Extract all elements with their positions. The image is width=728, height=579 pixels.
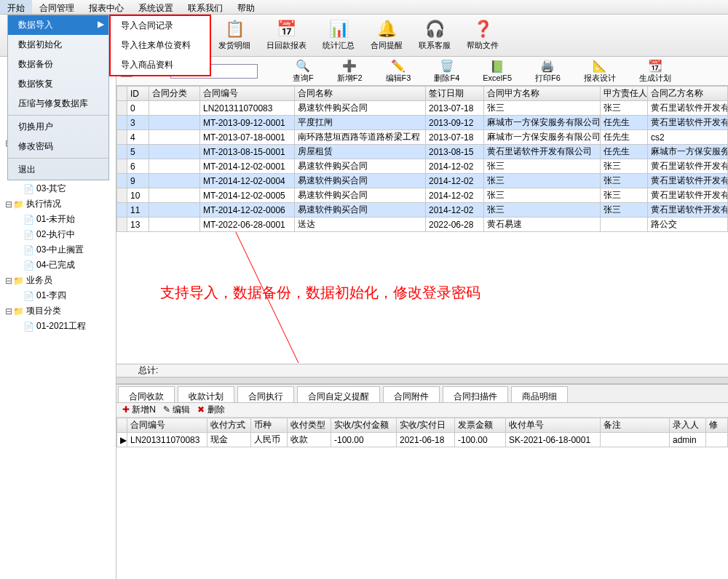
tab[interactable]: 合同执行: [237, 386, 294, 402]
tree-node[interactable]: ⊟📁执行情况: [0, 196, 116, 212]
btn-add[interactable]: ➕新增F2: [328, 57, 371, 85]
expand-icon[interactable]: ⊟: [4, 276, 13, 286]
expand-icon[interactable]: ⊟: [4, 306, 13, 316]
tree-node[interactable]: 📄02-执行中: [0, 227, 116, 242]
col-header[interactable]: 收付类型: [288, 418, 331, 433]
cell: 易速软件购买合同: [295, 203, 426, 217]
btn-edit[interactable]: ✏️编辑F3: [377, 57, 420, 85]
tb-help[interactable]: ❓帮助文件: [459, 17, 506, 54]
menu-start[interactable]: 开始: [0, 0, 32, 14]
btn-report-design[interactable]: 📐报表设计: [575, 57, 625, 85]
col-header[interactable]: 合同分类: [149, 87, 200, 101]
dmi-compact[interactable]: 压缩与修复数据库: [8, 94, 108, 113]
btn-delete[interactable]: 🗑️删除F4: [425, 57, 468, 85]
table-row[interactable]: 6MT-2014-12-02-0001易速软件购买合同2014-12-02张三张…: [117, 159, 728, 174]
tree-node[interactable]: 📄03-中止搁置: [0, 242, 116, 257]
col-header[interactable]: 实收/实付日: [397, 418, 455, 433]
col-header[interactable]: 实收/实付金额: [331, 418, 397, 433]
tree-node[interactable]: ⊟📁业务员: [0, 273, 116, 288]
tb-delivery[interactable]: 📋发货明细: [211, 17, 258, 54]
tab[interactable]: 合同收款: [118, 386, 175, 402]
stb-edit[interactable]: ✎ 编辑: [163, 404, 190, 416]
col-header[interactable]: 合同编号: [200, 87, 295, 101]
tab[interactable]: 合同附件: [383, 386, 440, 402]
menu-contract[interactable]: 合同管理: [32, 0, 82, 14]
tb-remind[interactable]: 🔔合同提醒: [363, 17, 410, 54]
tab[interactable]: 合同自定义提醒: [297, 386, 380, 402]
dmi-restore[interactable]: 数据恢复: [8, 74, 108, 94]
tree-label: 01-未开始: [36, 213, 75, 225]
btn-excel[interactable]: 📗ExcelF5: [474, 58, 521, 84]
cell: 黄石里诺软件开发有限公司: [648, 116, 728, 130]
tb-stats[interactable]: 📊统计汇总: [315, 17, 362, 54]
table-row[interactable]: ▶LN201311070083现金人民币收款-100.002021-06-18-…: [117, 433, 728, 447]
smi-import-partner[interactable]: 导入往来单位资料: [111, 36, 210, 55]
tree-node[interactable]: 📄04-已完成: [0, 257, 116, 273]
expand-icon[interactable]: ⊟: [4, 199, 13, 209]
stb-delete[interactable]: ✖ 删除: [197, 404, 224, 416]
grid-blank-area: 支持导入，数据备份，数据初始化，修改登录密码: [116, 232, 728, 364]
menu-contact[interactable]: 联系我们: [181, 0, 230, 14]
tab[interactable]: 商品明细: [511, 386, 568, 402]
tb-daily-report[interactable]: 📅日回款报表: [259, 17, 314, 54]
tab[interactable]: 收款计划: [178, 386, 234, 402]
col-header[interactable]: 备注: [601, 418, 670, 433]
table-row[interactable]: 13MT-2022-06-28-0001送达2022-06-28黄石易速路公交: [117, 217, 728, 232]
tree-node[interactable]: 📄03-其它: [0, 181, 116, 196]
col-header[interactable]: 合同乙方名称: [648, 87, 728, 101]
tree-node[interactable]: 📄01-李四: [0, 288, 116, 303]
col-header[interactable]: 修: [706, 418, 728, 433]
col-header[interactable]: ID: [127, 87, 149, 101]
cell: MT-2022-06-28-0001: [200, 217, 295, 232]
dmi-import[interactable]: 数据导入▶: [8, 15, 108, 35]
col-header[interactable]: 签订日期: [426, 87, 484, 101]
tree-node[interactable]: ⊟📁项目分类: [0, 303, 116, 319]
cell: 2014-12-02: [426, 174, 484, 188]
btn-print[interactable]: 🖨️打印F6: [526, 57, 569, 85]
cell: 黄石里诺软件开发有限公司: [648, 203, 728, 217]
trash-icon: 🗑️: [440, 59, 454, 73]
cell: 房屋租赁: [295, 145, 426, 159]
table-row[interactable]: 5MT-2013-08-15-0001房屋租赁2013-08-15黄石里诺软件开…: [117, 145, 728, 159]
btn-query[interactable]: 🔍查询F: [284, 57, 323, 85]
tb-support[interactable]: 🎧联系客服: [411, 17, 458, 54]
table-row[interactable]: 3MT-2013-09-12-0001平度扛闸2013-09-12麻城市一方保安…: [117, 116, 728, 130]
dmi-init[interactable]: 数据初始化: [8, 35, 108, 55]
tree-node[interactable]: 📄01-未开始: [0, 212, 116, 227]
col-header[interactable]: 录入人: [670, 418, 706, 433]
col-header[interactable]: 甲方责任人: [601, 87, 648, 101]
smi-import-contract[interactable]: 导入合同记录: [111, 16, 210, 36]
stb-add[interactable]: ✚ 新增N: [122, 404, 156, 416]
col-header[interactable]: 合同编号: [127, 418, 207, 433]
menu-report[interactable]: 报表中心: [82, 0, 131, 14]
tree-label: 01-2021工程: [36, 320, 86, 332]
smi-import-product[interactable]: 导入商品资料: [111, 55, 210, 75]
dmi-exit[interactable]: 退出: [8, 160, 108, 180]
cell: MT-2013-07-18-0001: [200, 130, 295, 145]
contracts-grid[interactable]: ID合同分类合同编号合同名称签订日期合同甲方名称甲方责任人合同乙方名称 0LN2…: [116, 86, 728, 232]
dmi-switch-user[interactable]: 切换用户: [8, 117, 108, 137]
btn-gen-plan[interactable]: 📆生成计划: [630, 57, 680, 85]
col-header[interactable]: 合同名称: [295, 87, 426, 101]
tree-node[interactable]: 📄01-2021工程: [0, 319, 116, 334]
dmi-backup[interactable]: 数据备份: [8, 55, 108, 74]
menu-settings[interactable]: 系统设置: [131, 0, 181, 14]
splitter[interactable]: [116, 377, 728, 384]
dmi-change-pwd[interactable]: 修改密码: [8, 137, 108, 156]
table-row[interactable]: 4MT-2013-07-18-0001南环路慧垣西路等道路桥梁工程2013-07…: [117, 130, 728, 145]
table-row[interactable]: 9MT-2014-12-02-0004易速软件购买合同2014-12-02张三张…: [117, 174, 728, 188]
table-row[interactable]: 0LN201311070083易速软件购买合同2013-07-18张三张三黄石里…: [117, 101, 728, 116]
cell: 2014-12-02: [426, 188, 484, 203]
payments-grid[interactable]: 合同编号收付方式币种收付类型实收/实付金额实收/实付日发票金额收付单号备注录入人…: [116, 418, 728, 447]
cell: 张三: [601, 174, 648, 188]
col-header[interactable]: 收付单号: [506, 418, 601, 433]
col-header[interactable]: 币种: [251, 418, 288, 433]
table-row[interactable]: 10MT-2014-12-02-0005易速软件购买合同2014-12-02张三…: [117, 188, 728, 203]
cell: 10: [127, 188, 149, 203]
table-row[interactable]: 11MT-2014-12-02-0006易速软件购买合同2014-12-02张三…: [117, 203, 728, 217]
menu-help[interactable]: 帮助: [230, 0, 262, 14]
col-header[interactable]: 收付方式: [207, 418, 251, 433]
tab[interactable]: 合同扫描件: [443, 386, 508, 402]
col-header[interactable]: 合同甲方名称: [484, 87, 601, 101]
col-header[interactable]: 发票金额: [455, 418, 506, 433]
